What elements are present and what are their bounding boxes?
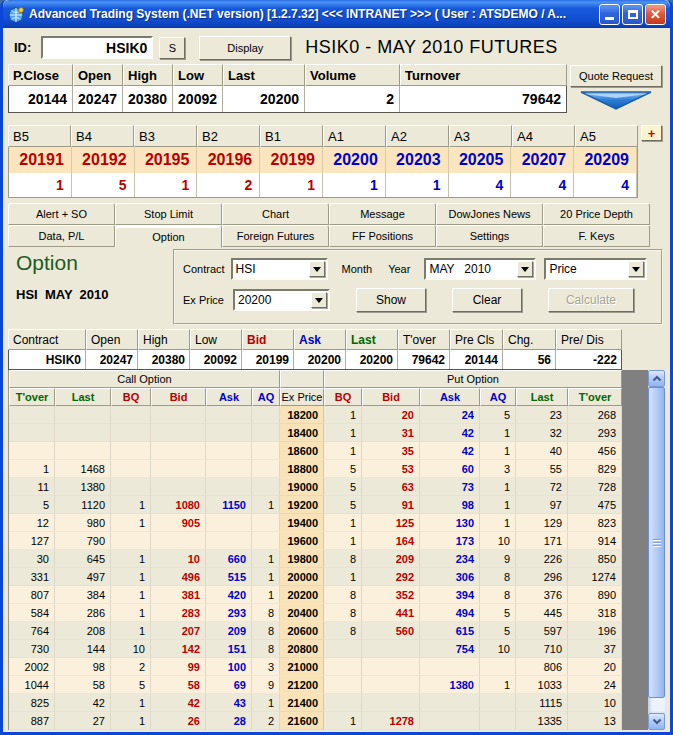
ladder-price-cell[interactable]: 20199 — [260, 147, 323, 173]
chain-row[interactable]: 730144101421518208007541071037 — [9, 640, 622, 658]
chain-put-cell: 306 — [420, 568, 480, 586]
ladder-price-cell[interactable]: 20209 — [574, 147, 637, 173]
chain-row[interactable]: 1840013142132293 — [9, 424, 622, 442]
chain-row[interactable]: 887271262822160011278133513 — [9, 712, 622, 730]
scroll-thumb[interactable] — [648, 387, 665, 698]
display-type-select[interactable]: Price — [544, 258, 647, 280]
display-button[interactable]: Display — [199, 36, 291, 60]
chain-row[interactable]: 584286128329382040084414945445318 — [9, 604, 622, 622]
ladder-qty-cell[interactable]: 5 — [72, 173, 135, 197]
ladder-qty-cell[interactable]: 4 — [449, 173, 512, 197]
chain-put-cell: 5 — [324, 496, 362, 514]
chain-call-cell — [206, 532, 252, 550]
maximize-button[interactable] — [622, 4, 643, 25]
chain-row[interactable]: 1298019051940011251301129823 — [9, 514, 622, 532]
ladder-qty-cell[interactable]: 1 — [9, 173, 72, 197]
tab-row-1: Alert + SOStop LimitChartMessageDowJones… — [8, 203, 665, 225]
chain-row[interactable]: 3064511066011980082092349226850 — [9, 550, 622, 568]
summary-value-cell: -222 — [556, 350, 621, 369]
chain-put-cell: 1 — [324, 514, 362, 532]
s-button[interactable]: S — [159, 37, 185, 59]
chain-call-cell: 11 — [9, 478, 55, 496]
ladder-price-cell[interactable]: 20205 — [449, 147, 512, 173]
ladder-qty-cell[interactable]: 4 — [574, 173, 637, 197]
chain-call-cell — [151, 406, 206, 424]
clear-button[interactable]: Clear — [452, 288, 522, 312]
chain-call-cell: 1 — [252, 550, 280, 568]
show-button[interactable]: Show — [356, 288, 426, 312]
tab-dowjones-news[interactable]: DowJones News — [436, 203, 543, 225]
chain-put-cell: 8 — [324, 586, 362, 604]
chain-row[interactable]: 1860013542140456 — [9, 442, 622, 460]
id-input[interactable] — [41, 36, 153, 59]
month-year-select[interactable]: MAY 2010 — [424, 258, 536, 280]
expand-ladder-button[interactable]: + — [641, 125, 662, 141]
tab-stop-limit[interactable]: Stop Limit — [115, 203, 222, 225]
contract-select[interactable]: HSI — [231, 258, 328, 280]
calculate-button[interactable]: Calculate — [548, 288, 634, 312]
ladder-price-cell[interactable]: 20203 — [386, 147, 449, 173]
chain-row[interactable]: 12779019600116417310171914 — [9, 532, 622, 550]
tab-settings[interactable]: Settings — [436, 225, 543, 247]
chain-header-cell: Bid — [362, 388, 420, 406]
chain-put-cell — [362, 658, 420, 676]
chain-row[interactable]: 1044585586992120013801103324 — [9, 676, 622, 694]
tab-option[interactable]: Option — [115, 225, 222, 248]
tab-ff-positions[interactable]: FF Positions — [329, 225, 436, 247]
ladder-qty-cell[interactable]: 1 — [323, 173, 386, 197]
chain-row[interactable]: 1113801900056373172728 — [9, 478, 622, 496]
summary-value-cell: 20200 — [346, 350, 398, 369]
chain-call-cell: 30 — [9, 550, 55, 568]
ladder-price-cell[interactable]: 20207 — [511, 147, 574, 173]
ladder-price-cell[interactable]: 20196 — [197, 147, 260, 173]
quote-request-button[interactable]: Quote Request — [570, 65, 662, 87]
chain-put-cell: 5 — [324, 478, 362, 496]
title-bar[interactable]: Advanced Trading System (.NET version) [… — [3, 0, 670, 28]
ladder-qty-cell[interactable]: 1 — [386, 173, 449, 197]
chain-row[interactable]: 1820012024523268 — [9, 406, 622, 424]
chain-scrollbar[interactable] — [648, 370, 665, 730]
chain-row[interactable]: 764208120720982060085606155597196 — [9, 622, 622, 640]
ladder-qty-cell[interactable]: 1 — [260, 173, 323, 197]
tab-alert-so[interactable]: Alert + SO — [8, 203, 115, 225]
ladder-qty-cell[interactable]: 2 — [197, 173, 260, 197]
chain-call-cell: 497 — [55, 568, 111, 586]
chain-header-cell: Ask — [206, 388, 252, 406]
ladder-price-cell[interactable]: 20191 — [9, 147, 72, 173]
ladder-qty-cell[interactable]: 4 — [511, 173, 574, 197]
chain-call-cell — [151, 532, 206, 550]
ladder-qty-cell[interactable]: 1 — [135, 173, 198, 197]
ladder-price-cell[interactable]: 20195 — [135, 147, 198, 173]
tab-20-price-depth[interactable]: 20 Price Depth — [543, 203, 650, 225]
chain-put-cell — [420, 694, 480, 712]
scroll-down-button[interactable] — [648, 713, 665, 730]
ladder-price-cell[interactable]: 20200 — [323, 147, 386, 173]
chain-row[interactable]: 114681880055360355829 — [9, 460, 622, 478]
ladder-price-cell[interactable]: 20192 — [72, 147, 135, 173]
chain-row[interactable]: 8254214243121400111510 — [9, 694, 622, 712]
minimize-button[interactable] — [599, 4, 620, 25]
chain-row[interactable]: 20029829910032100080620 — [9, 658, 622, 676]
tab-message[interactable]: Message — [329, 203, 436, 225]
close-button[interactable]: ✕ — [645, 4, 666, 25]
scroll-up-button[interactable] — [648, 370, 665, 387]
tab-f-keys[interactable]: F. Keys — [543, 225, 650, 247]
chain-row[interactable]: 3314971496515120000129230682961274 — [9, 568, 622, 586]
chain-call-cell: 1 — [111, 568, 151, 586]
tab-foreign-futures[interactable]: Foreign Futures — [222, 225, 329, 247]
chain-row[interactable]: 807384138142012020083523948376890 — [9, 586, 622, 604]
tab-chart[interactable]: Chart — [222, 203, 329, 225]
chevron-down-icon — [311, 292, 327, 308]
chain-call-cell — [9, 442, 55, 460]
chain-put-cell: 98 — [420, 496, 480, 514]
chain-put-cell: 1033 — [516, 676, 568, 694]
tab-data-p-l[interactable]: Data, P/L — [8, 225, 115, 247]
ex-price-select[interactable]: 20200 — [233, 289, 330, 311]
scroll-track[interactable] — [648, 387, 665, 713]
quote-value-row: 2014420247203802009220200279642 — [8, 86, 567, 113]
chain-put-cell: 234 — [420, 550, 480, 568]
chain-call-cell: 1080 — [151, 496, 206, 514]
chain-call-cell: 10 — [111, 640, 151, 658]
chain-row[interactable]: 5112011080115011920059198197475 — [9, 496, 622, 514]
chain-put-cell: 91 — [362, 496, 420, 514]
